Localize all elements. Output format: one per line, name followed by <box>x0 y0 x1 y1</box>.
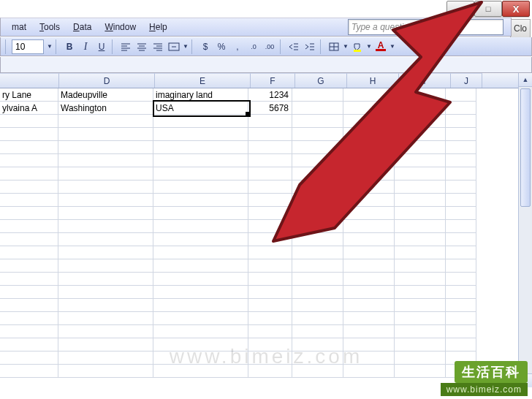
decrease-decimal-button[interactable]: .00 <box>262 39 277 54</box>
table-row[interactable] <box>0 312 532 325</box>
cell[interactable] <box>248 338 292 352</box>
font-color-button[interactable]: A <box>373 39 388 54</box>
table-row[interactable] <box>0 194 532 207</box>
cell[interactable] <box>292 141 343 154</box>
chevron-down-icon[interactable]: ▼ <box>366 43 372 50</box>
column-header-E[interactable]: E <box>155 73 251 88</box>
table-row[interactable] <box>0 180 532 194</box>
cell[interactable] <box>248 352 292 365</box>
cell[interactable] <box>58 141 153 154</box>
cell[interactable] <box>0 365 58 378</box>
cell[interactable] <box>395 154 446 167</box>
cell[interactable] <box>0 338 58 352</box>
cell[interactable] <box>343 259 395 273</box>
cell[interactable] <box>395 128 446 141</box>
cell[interactable] <box>0 312 58 325</box>
cell[interactable] <box>395 273 446 286</box>
cell[interactable] <box>0 325 58 338</box>
cell[interactable] <box>343 128 395 141</box>
cell[interactable] <box>343 167 395 180</box>
fill-color-button[interactable] <box>350 39 365 54</box>
cell[interactable] <box>153 299 248 312</box>
cell[interactable] <box>58 207 153 220</box>
cell[interactable] <box>446 207 476 220</box>
cell[interactable] <box>446 246 476 259</box>
cell[interactable] <box>343 194 395 207</box>
cell[interactable] <box>58 365 153 378</box>
table-row[interactable] <box>0 128 532 141</box>
cell[interactable] <box>343 88 395 102</box>
table-row[interactable] <box>0 338 532 352</box>
cell[interactable] <box>0 220 58 233</box>
cell[interactable] <box>58 286 153 299</box>
cell[interactable] <box>0 246 58 259</box>
cell[interactable] <box>153 180 248 194</box>
column-header-I[interactable]: I <box>399 73 451 88</box>
spreadsheet-grid[interactable]: D E F G H I J ry LaneMadeupvilleimaginar… <box>0 73 532 387</box>
cell[interactable] <box>446 102 476 115</box>
percent-button[interactable]: % <box>214 39 229 54</box>
cell[interactable] <box>248 194 292 207</box>
cell[interactable] <box>292 352 343 365</box>
cell[interactable] <box>446 259 476 273</box>
cell[interactable] <box>248 128 292 141</box>
table-row[interactable] <box>0 207 532 220</box>
cell[interactable] <box>0 141 58 154</box>
column-header-D[interactable]: D <box>59 73 155 88</box>
cell[interactable] <box>153 246 248 259</box>
chevron-down-icon[interactable]: ▼ <box>390 43 395 50</box>
cell[interactable] <box>248 365 292 378</box>
cell[interactable] <box>0 352 58 365</box>
cell[interactable] <box>292 220 343 233</box>
cell[interactable] <box>153 167 248 180</box>
cell[interactable] <box>58 246 153 259</box>
cell[interactable] <box>153 154 248 167</box>
cell[interactable] <box>446 325 476 338</box>
cell[interactable]: ry Lane <box>0 88 58 102</box>
scroll-up-button[interactable]: ▲ <box>519 73 532 87</box>
cell[interactable] <box>343 207 395 220</box>
table-row[interactable] <box>0 246 532 259</box>
cell[interactable] <box>58 273 153 286</box>
cell[interactable] <box>292 207 343 220</box>
comma-style-button[interactable]: , <box>230 39 245 54</box>
cell[interactable] <box>58 154 153 167</box>
cell[interactable] <box>292 154 343 167</box>
cell[interactable] <box>153 352 248 365</box>
cell[interactable] <box>343 286 395 299</box>
cell[interactable] <box>343 141 395 154</box>
table-row[interactable]: ry LaneMadeupvilleimaginary land1234 <box>0 88 532 102</box>
cell[interactable] <box>395 220 446 233</box>
table-row[interactable] <box>0 233 532 246</box>
cell[interactable] <box>343 352 395 365</box>
cell[interactable] <box>446 299 476 312</box>
cell[interactable] <box>58 115 153 128</box>
cell[interactable] <box>343 273 395 286</box>
cell[interactable] <box>58 325 153 338</box>
cell[interactable] <box>343 325 395 338</box>
cell[interactable] <box>446 338 476 352</box>
cell[interactable] <box>446 154 476 167</box>
decrease-indent-button[interactable] <box>286 39 301 54</box>
cell[interactable] <box>58 167 153 180</box>
cell[interactable] <box>58 128 153 141</box>
cell[interactable] <box>248 246 292 259</box>
menu-tools[interactable]: Tools <box>33 20 66 34</box>
cell[interactable] <box>153 207 248 220</box>
cell[interactable]: imaginary land <box>153 88 248 102</box>
cell[interactable] <box>292 338 343 352</box>
cell[interactable] <box>292 312 343 325</box>
cell[interactable] <box>248 167 292 180</box>
cell[interactable] <box>395 207 446 220</box>
cell[interactable] <box>153 220 248 233</box>
increase-decimal-button[interactable]: .0 <box>246 39 261 54</box>
cell[interactable] <box>446 141 476 154</box>
cell[interactable] <box>0 233 58 246</box>
cell[interactable] <box>395 246 446 259</box>
cell[interactable] <box>58 220 153 233</box>
cell[interactable]: Washington <box>58 102 153 115</box>
cell[interactable] <box>343 338 395 352</box>
cell[interactable] <box>58 233 153 246</box>
bold-button[interactable]: B <box>62 39 77 54</box>
cell[interactable] <box>395 167 446 180</box>
